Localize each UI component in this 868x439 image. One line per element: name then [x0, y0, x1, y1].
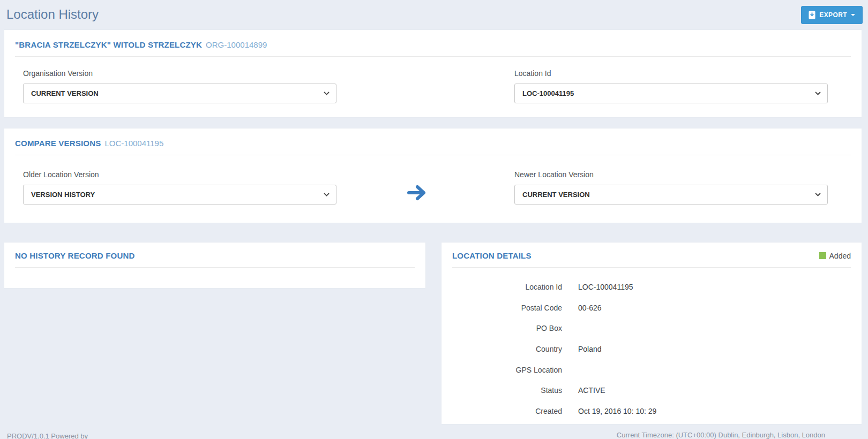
page-title: Location History: [6, 7, 99, 22]
added-swatch-icon: [819, 252, 826, 259]
export-button[interactable]: EXPORT: [801, 6, 863, 24]
newer-version-label: Newer Location Version: [514, 170, 828, 179]
detail-value: Poland: [578, 345, 602, 353]
chevron-down-icon: [324, 92, 330, 95]
detail-label: GPS Location: [442, 366, 562, 374]
chevron-down-icon: [815, 92, 821, 95]
newer-version-select[interactable]: CURRENT VERSION: [514, 185, 828, 205]
location-id-select[interactable]: LOC-100041195: [514, 84, 828, 103]
older-version-value: VERSION HISTORY: [31, 191, 95, 199]
location-id-label: Location Id: [514, 69, 828, 78]
detail-value: ACTIVE: [578, 386, 605, 395]
added-legend: Added: [819, 252, 851, 260]
location-history-page: Location History EXPORT "BRACIA STRZELCZ…: [0, 0, 868, 439]
older-version-label: Older Location Version: [23, 170, 336, 179]
footer-version-text: PRODV/1.0.1 Powered by: [7, 432, 88, 439]
compare-versions-panel: COMPARE VERSIONS LOC-100041195 Older Loc…: [4, 128, 862, 223]
detail-label: Country: [442, 345, 562, 353]
location-details-title: LOCATION DETAILS: [452, 251, 532, 260]
detail-label: PO Box: [442, 324, 562, 332]
location-details-panel: LOCATION DETAILS Added Location Id LOC-1…: [442, 243, 862, 424]
export-button-label: EXPORT: [819, 11, 847, 19]
detail-row: Created Oct 19, 2016 10: 10: 29: [442, 401, 862, 422]
organisation-version-label: Organisation Version: [23, 69, 336, 78]
detail-row: PO Box: [442, 318, 862, 339]
history-result-panel: NO HISTORY RECORD FOUND: [4, 243, 425, 288]
divider: [15, 267, 415, 268]
detail-label: Location Id: [442, 283, 562, 291]
added-legend-label: Added: [829, 252, 851, 260]
compare-versions-title: COMPARE VERSIONS: [15, 139, 101, 148]
detail-label: Created: [442, 407, 562, 415]
location-id-value: LOC-100041195: [522, 89, 574, 97]
detail-value: Oct 19, 2016 10: 10: 29: [578, 407, 656, 415]
detail-row: Status ACTIVE: [442, 380, 862, 401]
detail-label: Status: [442, 386, 562, 395]
detail-row: Postal Code 00-626: [442, 298, 862, 319]
organisation-name: "BRACIA STRZELCZYK" WITOLD STRZELCZYK: [15, 40, 202, 49]
compare-versions-location-id: LOC-100041195: [104, 139, 163, 148]
detail-label: Postal Code: [442, 304, 562, 312]
organisation-panel: "BRACIA STRZELCZYK" WITOLD STRZELCZYK OR…: [4, 30, 862, 117]
older-version-select[interactable]: VERSION HISTORY: [23, 185, 336, 205]
export-file-icon: [809, 11, 815, 19]
arrow-right-icon: [407, 185, 428, 203]
detail-rows: Location Id LOC-100041195 Postal Code 00…: [442, 268, 862, 421]
caret-down-icon: [851, 14, 855, 16]
detail-value: 00-626: [578, 304, 602, 312]
detail-row: Location Id LOC-100041195: [442, 277, 862, 298]
divider: [15, 155, 851, 155]
divider: [15, 56, 851, 57]
footer-timezone-text: Current Timezone: (UTC+00:00) Dublin, Ed…: [617, 431, 825, 439]
detail-value: LOC-100041195: [578, 283, 633, 291]
detail-row: GPS Location: [442, 359, 862, 380]
organisation-version-select[interactable]: CURRENT VERSION: [23, 84, 336, 103]
chevron-down-icon: [815, 193, 821, 196]
organisation-version-value: CURRENT VERSION: [31, 89, 99, 97]
chevron-down-icon: [324, 193, 330, 196]
no-history-title: NO HISTORY RECORD FOUND: [15, 251, 135, 260]
detail-row: Country Poland: [442, 339, 862, 360]
newer-version-value: CURRENT VERSION: [522, 191, 590, 199]
organisation-id: ORG-100014899: [206, 40, 267, 49]
